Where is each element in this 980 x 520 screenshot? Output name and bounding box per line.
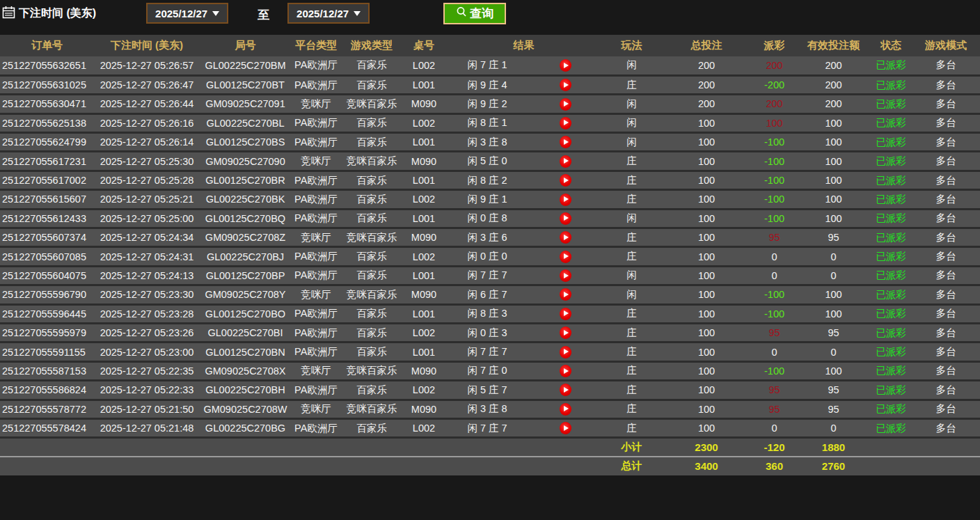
play-video-icon[interactable] bbox=[560, 59, 571, 72]
header-payout: 派彩 bbox=[752, 35, 797, 56]
round-id-cell: GL00225C270BM bbox=[200, 56, 291, 75]
replay-cell bbox=[529, 247, 602, 266]
date-from-select[interactable]: 2025/12/27 bbox=[146, 3, 228, 24]
total-bet-cell: 100 bbox=[661, 323, 752, 342]
bet-time-cell: 2025-12-27 05:24:34 bbox=[94, 228, 200, 247]
platform-cell: PA欧洲厅 bbox=[291, 171, 341, 189]
replay-cell bbox=[529, 361, 602, 380]
table-no-cell: L001 bbox=[402, 171, 445, 189]
payout-cell: -100 bbox=[752, 190, 797, 209]
play-video-icon[interactable] bbox=[560, 117, 571, 129]
table-row: 251227055595979 2025-12-27 05:23:26 GL00… bbox=[0, 323, 980, 342]
game-type-cell: 百家乐 bbox=[341, 304, 402, 323]
round-id-cell: GL00125C270BT bbox=[200, 75, 291, 94]
play-video-icon[interactable] bbox=[560, 403, 571, 416]
bet-time-cell: 2025-12-27 05:21:50 bbox=[94, 400, 200, 418]
table-no-cell: M090 bbox=[402, 400, 445, 418]
valid-bet-cell: 0 bbox=[797, 266, 870, 285]
result-cell: 闲 8 庄 3 bbox=[445, 304, 529, 323]
play-video-icon[interactable] bbox=[560, 79, 571, 91]
game-type-cell: 百家乐 bbox=[341, 209, 402, 228]
play-type-cell: 闲 bbox=[602, 285, 661, 304]
replay-cell bbox=[529, 418, 602, 437]
table-row: 251227055607374 2025-12-27 05:24:34 GM09… bbox=[0, 228, 980, 247]
total-bet-cell: 100 bbox=[661, 113, 752, 132]
play-video-icon[interactable] bbox=[560, 155, 571, 168]
result-cell: 闲 0 庄 0 bbox=[445, 247, 529, 266]
payout-cell: 200 bbox=[752, 56, 797, 75]
search-icon bbox=[456, 6, 467, 21]
play-video-icon[interactable] bbox=[560, 346, 571, 359]
game-mode-cell: 多台 bbox=[912, 113, 980, 132]
status-cell: 已派彩 bbox=[870, 361, 912, 380]
play-video-icon[interactable] bbox=[560, 98, 571, 111]
game-mode-cell: 多台 bbox=[912, 266, 980, 285]
play-video-icon[interactable] bbox=[560, 422, 571, 434]
order-id-cell: 251227055612433 bbox=[0, 209, 94, 228]
table-row: 251227055596445 2025-12-27 05:23:28 GL00… bbox=[0, 304, 980, 323]
platform-cell: PA欧洲厅 bbox=[291, 56, 341, 75]
play-video-icon[interactable] bbox=[560, 194, 571, 206]
status-cell: 已派彩 bbox=[870, 418, 912, 437]
round-id-cell: GM09025C2708W bbox=[200, 400, 291, 418]
valid-bet-cell: 200 bbox=[797, 95, 870, 113]
game-type-cell: 百家乐 bbox=[341, 342, 402, 361]
table-no-cell: M090 bbox=[402, 228, 445, 247]
play-video-icon[interactable] bbox=[560, 174, 571, 187]
date-from-value: 2025/12/27 bbox=[155, 8, 207, 19]
play-type-cell: 庄 bbox=[602, 152, 661, 171]
order-id-cell: 251227055587153 bbox=[0, 361, 94, 380]
status-cell: 已派彩 bbox=[870, 285, 912, 304]
result-cell: 闲 6 庄 7 bbox=[445, 285, 529, 304]
play-video-icon[interactable] bbox=[560, 269, 571, 282]
chevron-down-icon bbox=[212, 11, 219, 16]
game-type-cell: 竞咪百家乐 bbox=[341, 361, 402, 380]
total-bet-cell: 200 bbox=[661, 95, 752, 113]
play-type-cell: 庄 bbox=[602, 361, 661, 380]
table-no-cell: L002 bbox=[402, 190, 445, 209]
header-table-no: 桌号 bbox=[402, 35, 445, 56]
bet-time-cell: 2025-12-27 05:25:28 bbox=[94, 171, 200, 189]
table-no-cell: M090 bbox=[402, 361, 445, 380]
order-id-cell: 251227055617002 bbox=[0, 171, 94, 189]
status-cell: 已派彩 bbox=[870, 209, 912, 228]
game-mode-cell: 多台 bbox=[912, 133, 980, 152]
play-video-icon[interactable] bbox=[560, 212, 571, 225]
total-bet-cell: 100 bbox=[661, 171, 752, 189]
platform-cell: 竞咪厅 bbox=[291, 400, 341, 418]
game-mode-cell: 多台 bbox=[912, 247, 980, 266]
play-video-icon[interactable] bbox=[560, 136, 571, 148]
result-cell: 闲 7 庄 7 bbox=[445, 266, 529, 285]
play-video-icon[interactable] bbox=[560, 365, 571, 377]
order-id-cell: 251227055586824 bbox=[0, 381, 94, 400]
bet-time-cell: 2025-12-27 05:25:00 bbox=[94, 209, 200, 228]
payout-cell: 0 bbox=[752, 266, 797, 285]
status-cell: 已派彩 bbox=[870, 247, 912, 266]
game-type-cell: 百家乐 bbox=[341, 133, 402, 152]
game-type-cell: 百家乐 bbox=[341, 190, 402, 209]
play-video-icon[interactable] bbox=[560, 288, 571, 301]
status-cell: 已派彩 bbox=[870, 152, 912, 171]
play-type-cell: 闲 bbox=[602, 209, 661, 228]
platform-cell: PA欧洲厅 bbox=[291, 323, 341, 342]
game-mode-cell: 多台 bbox=[912, 95, 980, 113]
play-video-icon[interactable] bbox=[560, 384, 571, 396]
result-cell: 闲 3 庄 8 bbox=[445, 133, 529, 152]
play-video-icon[interactable] bbox=[560, 251, 571, 263]
query-button[interactable]: 查询 bbox=[443, 3, 506, 24]
play-video-icon[interactable] bbox=[560, 326, 571, 339]
query-button-label: 查询 bbox=[470, 6, 493, 22]
table-row: 251227055587153 2025-12-27 05:22:35 GM09… bbox=[0, 361, 980, 380]
platform-cell: PA欧洲厅 bbox=[291, 113, 341, 132]
date-to-select[interactable]: 2025/12/27 bbox=[287, 3, 370, 24]
replay-cell bbox=[529, 75, 602, 94]
subtotal-label: 小计 bbox=[602, 438, 661, 457]
bet-time-cell: 2025-12-27 05:26:44 bbox=[94, 95, 200, 113]
result-cell: 闲 7 庄 7 bbox=[445, 342, 529, 361]
status-cell: 已派彩 bbox=[870, 342, 912, 361]
play-video-icon[interactable] bbox=[560, 308, 571, 320]
platform-cell: PA欧洲厅 bbox=[291, 190, 341, 209]
game-mode-cell: 多台 bbox=[912, 56, 980, 75]
play-video-icon[interactable] bbox=[560, 231, 571, 244]
table-row: 251227055591155 2025-12-27 05:23:00 GL00… bbox=[0, 342, 980, 361]
